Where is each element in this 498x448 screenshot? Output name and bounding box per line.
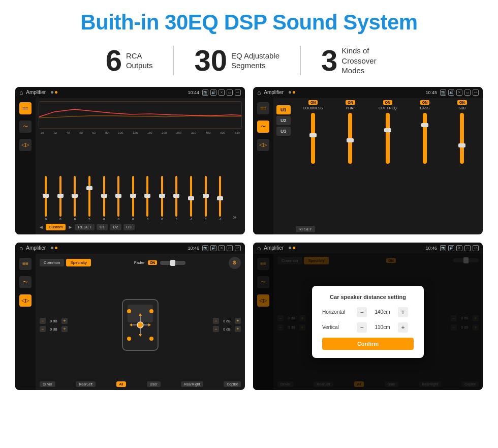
eq-track-12[interactable] (205, 176, 207, 217)
cross-v-track-3[interactable] (386, 113, 390, 164)
camera-icon-3: 📷 (202, 245, 208, 251)
fader-thumb[interactable] (170, 260, 175, 266)
btn-copilot[interactable]: Copilot (224, 381, 241, 387)
eq-track-6[interactable] (117, 176, 119, 217)
eq-thumb-12[interactable] (203, 194, 209, 198)
home-icon-2[interactable]: ⌂ (257, 89, 261, 96)
cross-u2[interactable]: U2 (276, 116, 291, 125)
home-icon-3[interactable]: ⌂ (19, 245, 23, 252)
cross-v-thumb-1[interactable] (309, 133, 317, 137)
eq-thumb-8[interactable] (144, 194, 150, 198)
eq-thumb-10[interactable] (173, 194, 179, 198)
cross-v-track-4[interactable] (423, 113, 427, 164)
eq-track-7[interactable] (132, 176, 134, 217)
eq-thumb-6[interactable] (115, 194, 121, 198)
eq-u2-btn[interactable]: U2 (110, 224, 121, 230)
back-icon-2[interactable]: ↩ (473, 89, 479, 96)
eq-thumb-4[interactable] (86, 186, 92, 190)
home-icon-4[interactable]: ⌂ (257, 245, 261, 252)
btn-driver[interactable]: Driver (40, 381, 55, 387)
dialog-vertical-plus[interactable]: + (398, 322, 408, 333)
eq-track-1[interactable] (45, 176, 47, 217)
nav-speaker-icon-3[interactable]: ◁▷ (19, 294, 32, 307)
btn-rearleft[interactable]: RearLeft (76, 381, 96, 387)
confirm-button[interactable]: Confirm (322, 338, 414, 350)
nav-eq-icon-3[interactable]: ≡≡ (19, 258, 32, 270)
back-icon[interactable]: ↩ (235, 89, 241, 96)
cross-v-thumb-4[interactable] (421, 123, 428, 127)
eq-thumb-3[interactable] (72, 194, 78, 198)
eq-track-10[interactable] (175, 176, 177, 217)
tab-common[interactable]: Common (40, 259, 64, 266)
vol-rl-minus[interactable]: − (40, 326, 46, 332)
fader-on-badge[interactable]: ON (148, 260, 158, 265)
dialog-vertical-minus[interactable]: − (357, 322, 367, 333)
eq-track-5[interactable] (103, 176, 105, 217)
cross-v-thumb-2[interactable] (347, 138, 354, 142)
vol-fl-plus[interactable]: + (61, 318, 68, 324)
vol-fl-minus[interactable]: − (40, 318, 46, 324)
vol-rl-plus[interactable]: + (61, 326, 68, 332)
car-diagram (71, 271, 210, 379)
nav-wave-icon-2[interactable]: 〜 (257, 121, 269, 133)
cross-v-track-2[interactable] (348, 113, 352, 164)
eq-custom-btn[interactable]: Custom (46, 224, 66, 230)
eq-track-13[interactable] (219, 176, 221, 217)
eq-expand[interactable]: » (229, 214, 241, 221)
vol-rr-minus[interactable]: − (213, 326, 219, 332)
cross-v-thumb-5[interactable] (458, 143, 465, 147)
back-icon-4[interactable]: ↩ (473, 245, 479, 251)
btn-all[interactable]: All (116, 381, 127, 387)
back-icon-3[interactable]: ↩ (235, 245, 241, 251)
nav-wave-icon[interactable]: 〜 (19, 121, 32, 133)
eq-track-2[interactable] (59, 176, 61, 217)
eq-track-8[interactable] (146, 176, 148, 217)
home-icon[interactable]: ⌂ (19, 89, 23, 96)
eq-thumb-11[interactable] (188, 196, 194, 200)
loudness-on[interactable]: ON (308, 100, 318, 105)
eq-track-3[interactable] (74, 176, 76, 217)
sub-on[interactable]: ON (457, 100, 467, 105)
nav-wave-icon-3[interactable]: 〜 (19, 276, 32, 288)
dialog-horizontal-minus[interactable]: − (357, 307, 367, 317)
cross-v-thumb-3[interactable] (384, 128, 391, 132)
battery-icon-4: ▭ (464, 245, 471, 251)
eq-next-icon[interactable]: ► (68, 224, 73, 230)
eq-u1-btn[interactable]: U1 (97, 224, 108, 230)
bass-on[interactable]: ON (420, 100, 430, 105)
cross-v-track-5[interactable] (460, 113, 464, 164)
eq-thumb-1[interactable] (43, 194, 49, 198)
vol-fl: − 0 dB + (40, 318, 68, 324)
nav-eq-icon-2[interactable]: ≡≡ (257, 102, 269, 114)
eq-thumb-2[interactable] (57, 194, 64, 198)
vol-fr-minus[interactable]: − (213, 318, 219, 324)
eq-track-4[interactable] (88, 176, 90, 217)
dialog-horizontal-plus[interactable]: + (398, 307, 408, 317)
vol-fr-plus[interactable]: + (235, 318, 241, 324)
eq-track-11[interactable] (190, 176, 192, 217)
nav-speaker-icon-2[interactable]: ◁▷ (257, 139, 269, 151)
btn-rearright[interactable]: RearRight (181, 381, 203, 387)
nav-speaker-icon[interactable]: ◁▷ (19, 139, 32, 151)
settings-icon[interactable]: ⚙ (229, 257, 241, 269)
cross-reset-btn[interactable]: RESET (296, 226, 316, 232)
eq-u3-btn[interactable]: U3 (123, 224, 135, 230)
nav-eq-icon[interactable]: ≡≡ (19, 102, 32, 114)
tab-specialty[interactable]: Specialty (66, 259, 90, 266)
statusbar-4: ⌂ Amplifier 10:46 📷 🔊 ✕ ▭ ↩ (253, 243, 483, 254)
eq-thumb-9[interactable] (159, 194, 165, 198)
cross-v-track-1[interactable] (311, 113, 315, 164)
eq-thumb-5[interactable] (101, 194, 107, 198)
eq-prev-icon[interactable]: ◄ (39, 224, 44, 230)
eq-reset-btn[interactable]: RESET (75, 224, 95, 230)
cutfreq-on[interactable]: ON (383, 100, 393, 105)
btn-user[interactable]: User (147, 381, 161, 387)
eq-thumb-13[interactable] (217, 196, 223, 200)
eq-thumb-7[interactable] (130, 194, 136, 198)
eq-track-9[interactable] (161, 176, 163, 217)
cross-u3[interactable]: U3 (276, 127, 291, 136)
phat-on[interactable]: ON (346, 100, 355, 105)
vol-rr-plus[interactable]: + (235, 326, 241, 332)
fader-slider[interactable] (160, 261, 185, 265)
cross-u1[interactable]: U1 (276, 105, 291, 114)
